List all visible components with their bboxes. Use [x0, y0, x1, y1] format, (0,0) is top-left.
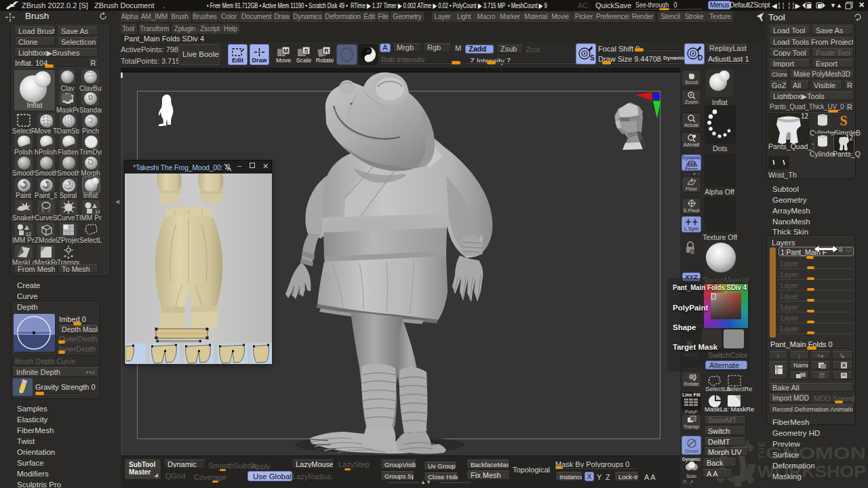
svg-text:S: S — [590, 54, 595, 62]
svg-text:S: S — [304, 47, 308, 54]
svg-text:R: R — [324, 47, 329, 54]
svg-text:12: 12 — [26, 232, 31, 237]
svg-text:D: D — [698, 54, 703, 62]
svg-text:14: 14 — [95, 209, 100, 214]
svg-text:M: M — [283, 47, 289, 54]
svg-text:S: S — [840, 113, 847, 128]
